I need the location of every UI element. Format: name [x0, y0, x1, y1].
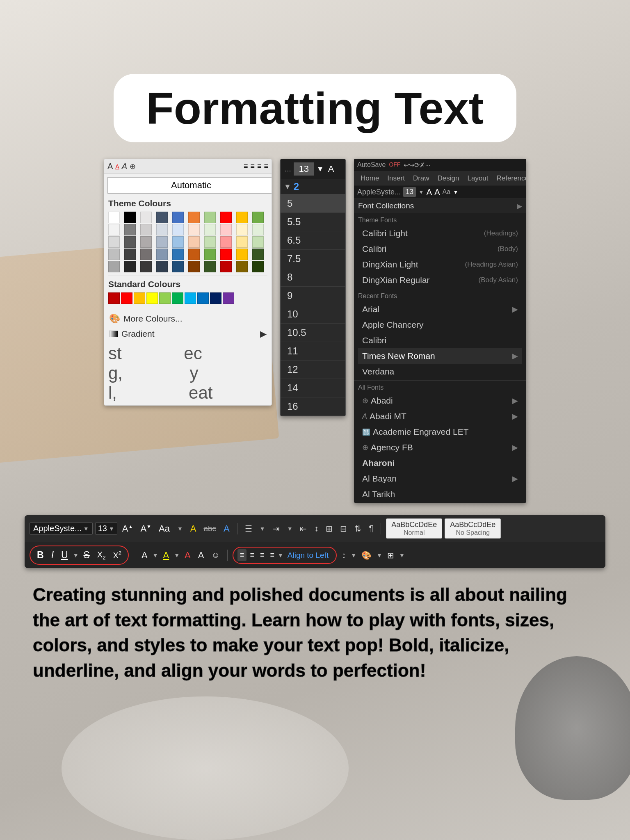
color-cell[interactable]: [124, 236, 136, 248]
color-cell[interactable]: [108, 236, 120, 248]
color-cell[interactable]: [236, 224, 248, 235]
align-right-button[interactable]: ≡: [258, 549, 267, 561]
font-aharoni[interactable]: Aharoni: [358, 455, 522, 471]
font-agency-fb[interactable]: ⊕Agency FB ▶: [358, 440, 522, 455]
emoji-button[interactable]: ☺: [209, 549, 222, 562]
color-cell[interactable]: [220, 261, 232, 272]
size-item-5.5[interactable]: 5.5: [281, 213, 345, 231]
color-cell[interactable]: [108, 249, 120, 260]
font-size-input[interactable]: 13: [294, 162, 314, 176]
tab-references[interactable]: References: [493, 172, 526, 185]
case-dropdown-icon[interactable]: ▼: [175, 524, 185, 534]
font-verdana[interactable]: Verdana: [358, 364, 522, 379]
borders-button[interactable]: ⊞: [385, 549, 397, 562]
color-cell[interactable]: [220, 224, 232, 235]
font-calibri-recent[interactable]: Calibri: [358, 333, 522, 348]
font-al-bayan[interactable]: Al Bayan ▶: [358, 471, 522, 486]
color-cell[interactable]: [124, 261, 136, 272]
color-cell[interactable]: [252, 212, 264, 223]
font-calibri[interactable]: Calibri (Body): [358, 241, 522, 257]
std-color-cell[interactable]: [172, 292, 183, 304]
tab-home[interactable]: Home: [356, 172, 383, 185]
increase-font-button[interactable]: A▲: [120, 522, 136, 536]
color-cell[interactable]: [140, 249, 152, 260]
bold-button[interactable]: B: [34, 548, 46, 562]
color-cell[interactable]: [108, 261, 120, 272]
italic-button[interactable]: I: [49, 548, 56, 562]
tab-design[interactable]: Design: [434, 172, 463, 185]
color-cell[interactable]: [188, 212, 200, 223]
std-color-cell[interactable]: [210, 292, 221, 304]
color-cell[interactable]: [204, 249, 216, 260]
font-abadi-mt[interactable]: AAbadi MT ▶: [358, 409, 522, 424]
ss3-font-collections-row[interactable]: Font Collections ▶: [354, 199, 526, 213]
subscript-button[interactable]: X2: [95, 548, 108, 562]
size-item-5[interactable]: 5: [281, 194, 345, 213]
color-cell[interactable]: [252, 261, 264, 272]
std-color-cell[interactable]: [121, 292, 132, 304]
text-color-button[interactable]: A: [182, 548, 193, 562]
font-size-selector[interactable]: 13 ▼: [95, 522, 117, 535]
list-dropdown-icon[interactable]: ▼: [257, 524, 268, 534]
color-cell[interactable]: [140, 261, 152, 272]
font-dingxian-regular[interactable]: DingXian Regular (Body Asian): [358, 272, 522, 288]
color-cell[interactable]: [172, 236, 184, 248]
color-cell[interactable]: [140, 236, 152, 248]
size-item-9[interactable]: 9: [281, 287, 345, 305]
font-abadi[interactable]: ⊕Abadi ▶: [358, 393, 522, 409]
color-cell[interactable]: [220, 249, 232, 260]
color-cell[interactable]: [236, 236, 248, 248]
size-item-10.5[interactable]: 10.5: [281, 324, 345, 342]
color-cell[interactable]: [156, 261, 168, 272]
color-cell[interactable]: [108, 224, 120, 235]
align-left-button[interactable]: ≡: [237, 549, 247, 561]
color-cell[interactable]: [156, 212, 168, 223]
align-center-button[interactable]: ≡: [247, 549, 257, 561]
line-spacing-button[interactable]: ↕: [312, 522, 321, 535]
size-item-6.5[interactable]: 6.5: [281, 231, 345, 250]
pilcrow-button[interactable]: ¶: [366, 522, 376, 535]
std-color-cell[interactable]: [146, 292, 158, 304]
abc-button[interactable]: abc: [201, 523, 219, 535]
align-justify-button[interactable]: ≡: [267, 549, 277, 561]
font-dingxian-light[interactable]: DingXian Light (Headings Asian): [358, 257, 522, 272]
indent-dropdown-icon[interactable]: ▼: [285, 524, 295, 534]
size-item-12[interactable]: 12: [281, 361, 345, 379]
text-btn-extra[interactable]: A: [196, 548, 207, 562]
font-arial[interactable]: Arial ▶: [358, 301, 522, 317]
std-color-cell[interactable]: [159, 292, 171, 304]
color-cell[interactable]: [252, 224, 264, 235]
color-cell[interactable]: [124, 212, 136, 223]
increase-indent-button[interactable]: ⊞: [323, 522, 335, 535]
decrease-font-button[interactable]: A▼: [138, 522, 154, 536]
style-normal[interactable]: AaBbCcDdEe Normal: [386, 518, 442, 539]
color-cell[interactable]: [204, 261, 216, 272]
size-item-11[interactable]: 11: [281, 342, 345, 361]
case-button[interactable]: Aa: [156, 522, 172, 536]
strikethrough-button[interactable]: S: [81, 548, 92, 562]
line-spacing-toolbar-button[interactable]: ↕: [339, 549, 348, 562]
tab-insert[interactable]: Insert: [383, 172, 409, 185]
color-cell[interactable]: [252, 236, 264, 248]
font-apple-chancery[interactable]: Apple Chancery: [358, 317, 522, 333]
highlight-button[interactable]: A: [188, 522, 199, 536]
tab-draw[interactable]: Draw: [409, 172, 434, 185]
color-cell[interactable]: [108, 212, 120, 223]
color-cell[interactable]: [220, 236, 232, 248]
color-cell[interactable]: [124, 249, 136, 260]
tab-layout[interactable]: Layout: [463, 172, 492, 185]
font-calibri-light[interactable]: Calibri Light (Headings): [358, 226, 522, 241]
color-cell[interactable]: [236, 249, 248, 260]
std-color-cell[interactable]: [197, 292, 209, 304]
color-cell[interactable]: [140, 224, 152, 235]
font-name-selector[interactable]: AppleSyste... ▼: [30, 522, 93, 535]
font-al-tarikh[interactable]: Al Tarikh: [358, 486, 522, 502]
size-item-10[interactable]: 10: [281, 305, 345, 324]
more-colours-item[interactable]: 🎨 More Colours...: [104, 311, 272, 326]
color-cell[interactable]: [220, 212, 232, 223]
style-no-spacing[interactable]: AaBbCcDdEe No Spacing: [445, 518, 501, 539]
size-item-16[interactable]: 16: [281, 397, 345, 416]
color-cell[interactable]: [172, 249, 184, 260]
color-cell[interactable]: [156, 236, 168, 248]
color-cell[interactable]: [124, 224, 136, 235]
